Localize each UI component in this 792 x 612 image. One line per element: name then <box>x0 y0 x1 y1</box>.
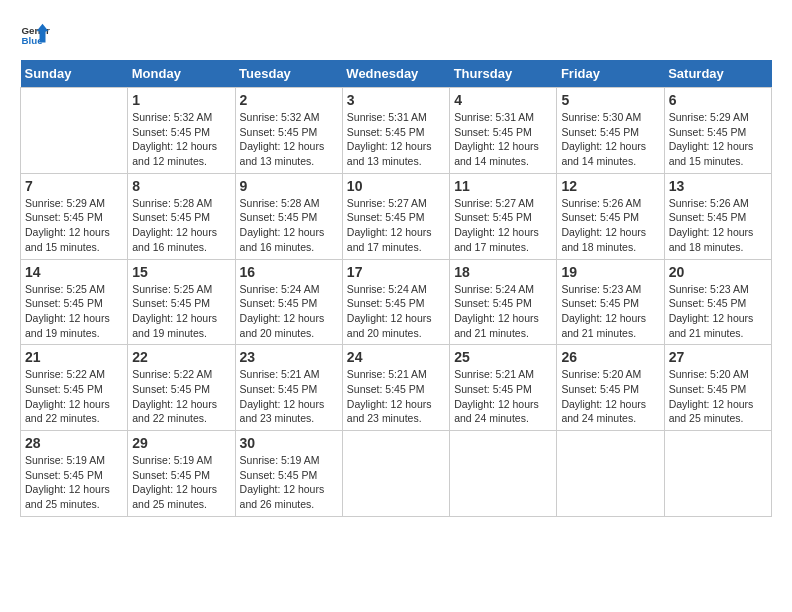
day-number: 5 <box>561 92 659 108</box>
calendar-week-2: 7Sunrise: 5:29 AMSunset: 5:45 PMDaylight… <box>21 173 772 259</box>
calendar-cell: 30Sunrise: 5:19 AMSunset: 5:45 PMDayligh… <box>235 431 342 517</box>
day-info: Sunrise: 5:25 AMSunset: 5:45 PMDaylight:… <box>132 282 230 341</box>
calendar-week-1: 1Sunrise: 5:32 AMSunset: 5:45 PMDaylight… <box>21 88 772 174</box>
day-number: 26 <box>561 349 659 365</box>
calendar-cell <box>557 431 664 517</box>
calendar-cell: 26Sunrise: 5:20 AMSunset: 5:45 PMDayligh… <box>557 345 664 431</box>
day-number: 8 <box>132 178 230 194</box>
calendar-cell: 29Sunrise: 5:19 AMSunset: 5:45 PMDayligh… <box>128 431 235 517</box>
day-number: 12 <box>561 178 659 194</box>
calendar-table: SundayMondayTuesdayWednesdayThursdayFrid… <box>20 60 772 517</box>
weekday-header-monday: Monday <box>128 60 235 88</box>
day-info: Sunrise: 5:24 AMSunset: 5:45 PMDaylight:… <box>454 282 552 341</box>
calendar-cell <box>450 431 557 517</box>
calendar-cell: 15Sunrise: 5:25 AMSunset: 5:45 PMDayligh… <box>128 259 235 345</box>
day-number: 17 <box>347 264 445 280</box>
calendar-cell: 11Sunrise: 5:27 AMSunset: 5:45 PMDayligh… <box>450 173 557 259</box>
day-number: 29 <box>132 435 230 451</box>
day-info: Sunrise: 5:21 AMSunset: 5:45 PMDaylight:… <box>347 367 445 426</box>
day-info: Sunrise: 5:20 AMSunset: 5:45 PMDaylight:… <box>669 367 767 426</box>
day-number: 14 <box>25 264 123 280</box>
header: General Blue <box>20 20 772 50</box>
day-info: Sunrise: 5:22 AMSunset: 5:45 PMDaylight:… <box>25 367 123 426</box>
calendar-cell: 16Sunrise: 5:24 AMSunset: 5:45 PMDayligh… <box>235 259 342 345</box>
calendar-cell: 17Sunrise: 5:24 AMSunset: 5:45 PMDayligh… <box>342 259 449 345</box>
day-info: Sunrise: 5:29 AMSunset: 5:45 PMDaylight:… <box>25 196 123 255</box>
day-info: Sunrise: 5:19 AMSunset: 5:45 PMDaylight:… <box>132 453 230 512</box>
day-number: 20 <box>669 264 767 280</box>
day-number: 16 <box>240 264 338 280</box>
calendar-cell: 27Sunrise: 5:20 AMSunset: 5:45 PMDayligh… <box>664 345 771 431</box>
day-number: 9 <box>240 178 338 194</box>
day-number: 15 <box>132 264 230 280</box>
weekday-header-tuesday: Tuesday <box>235 60 342 88</box>
day-number: 25 <box>454 349 552 365</box>
day-info: Sunrise: 5:24 AMSunset: 5:45 PMDaylight:… <box>347 282 445 341</box>
day-info: Sunrise: 5:28 AMSunset: 5:45 PMDaylight:… <box>132 196 230 255</box>
day-number: 27 <box>669 349 767 365</box>
day-number: 2 <box>240 92 338 108</box>
day-number: 23 <box>240 349 338 365</box>
day-number: 28 <box>25 435 123 451</box>
calendar-cell: 6Sunrise: 5:29 AMSunset: 5:45 PMDaylight… <box>664 88 771 174</box>
day-info: Sunrise: 5:19 AMSunset: 5:45 PMDaylight:… <box>240 453 338 512</box>
day-info: Sunrise: 5:30 AMSunset: 5:45 PMDaylight:… <box>561 110 659 169</box>
logo: General Blue <box>20 20 50 50</box>
calendar-week-3: 14Sunrise: 5:25 AMSunset: 5:45 PMDayligh… <box>21 259 772 345</box>
day-info: Sunrise: 5:26 AMSunset: 5:45 PMDaylight:… <box>561 196 659 255</box>
calendar-week-4: 21Sunrise: 5:22 AMSunset: 5:45 PMDayligh… <box>21 345 772 431</box>
calendar-cell <box>664 431 771 517</box>
calendar-body: 1Sunrise: 5:32 AMSunset: 5:45 PMDaylight… <box>21 88 772 517</box>
weekday-header-wednesday: Wednesday <box>342 60 449 88</box>
weekday-header-thursday: Thursday <box>450 60 557 88</box>
day-number: 4 <box>454 92 552 108</box>
generalblue-logo-icon: General Blue <box>20 20 50 50</box>
calendar-cell: 24Sunrise: 5:21 AMSunset: 5:45 PMDayligh… <box>342 345 449 431</box>
day-number: 19 <box>561 264 659 280</box>
day-number: 1 <box>132 92 230 108</box>
day-number: 11 <box>454 178 552 194</box>
calendar-cell: 20Sunrise: 5:23 AMSunset: 5:45 PMDayligh… <box>664 259 771 345</box>
day-info: Sunrise: 5:25 AMSunset: 5:45 PMDaylight:… <box>25 282 123 341</box>
day-number: 13 <box>669 178 767 194</box>
day-info: Sunrise: 5:24 AMSunset: 5:45 PMDaylight:… <box>240 282 338 341</box>
calendar-cell <box>21 88 128 174</box>
weekday-header-saturday: Saturday <box>664 60 771 88</box>
calendar-cell: 23Sunrise: 5:21 AMSunset: 5:45 PMDayligh… <box>235 345 342 431</box>
calendar-cell: 7Sunrise: 5:29 AMSunset: 5:45 PMDaylight… <box>21 173 128 259</box>
day-number: 7 <box>25 178 123 194</box>
day-info: Sunrise: 5:27 AMSunset: 5:45 PMDaylight:… <box>454 196 552 255</box>
day-number: 22 <box>132 349 230 365</box>
calendar-cell: 14Sunrise: 5:25 AMSunset: 5:45 PMDayligh… <box>21 259 128 345</box>
day-info: Sunrise: 5:31 AMSunset: 5:45 PMDaylight:… <box>347 110 445 169</box>
calendar-cell: 21Sunrise: 5:22 AMSunset: 5:45 PMDayligh… <box>21 345 128 431</box>
day-info: Sunrise: 5:23 AMSunset: 5:45 PMDaylight:… <box>561 282 659 341</box>
day-number: 21 <box>25 349 123 365</box>
calendar-cell: 3Sunrise: 5:31 AMSunset: 5:45 PMDaylight… <box>342 88 449 174</box>
day-info: Sunrise: 5:21 AMSunset: 5:45 PMDaylight:… <box>240 367 338 426</box>
day-info: Sunrise: 5:32 AMSunset: 5:45 PMDaylight:… <box>132 110 230 169</box>
calendar-cell: 13Sunrise: 5:26 AMSunset: 5:45 PMDayligh… <box>664 173 771 259</box>
calendar-cell: 12Sunrise: 5:26 AMSunset: 5:45 PMDayligh… <box>557 173 664 259</box>
day-info: Sunrise: 5:22 AMSunset: 5:45 PMDaylight:… <box>132 367 230 426</box>
day-info: Sunrise: 5:29 AMSunset: 5:45 PMDaylight:… <box>669 110 767 169</box>
day-info: Sunrise: 5:28 AMSunset: 5:45 PMDaylight:… <box>240 196 338 255</box>
day-number: 3 <box>347 92 445 108</box>
calendar-cell: 18Sunrise: 5:24 AMSunset: 5:45 PMDayligh… <box>450 259 557 345</box>
day-number: 6 <box>669 92 767 108</box>
day-info: Sunrise: 5:23 AMSunset: 5:45 PMDaylight:… <box>669 282 767 341</box>
day-info: Sunrise: 5:32 AMSunset: 5:45 PMDaylight:… <box>240 110 338 169</box>
weekday-header-friday: Friday <box>557 60 664 88</box>
day-info: Sunrise: 5:26 AMSunset: 5:45 PMDaylight:… <box>669 196 767 255</box>
day-number: 10 <box>347 178 445 194</box>
calendar-cell: 25Sunrise: 5:21 AMSunset: 5:45 PMDayligh… <box>450 345 557 431</box>
day-number: 24 <box>347 349 445 365</box>
day-info: Sunrise: 5:19 AMSunset: 5:45 PMDaylight:… <box>25 453 123 512</box>
calendar-cell: 28Sunrise: 5:19 AMSunset: 5:45 PMDayligh… <box>21 431 128 517</box>
calendar-week-5: 28Sunrise: 5:19 AMSunset: 5:45 PMDayligh… <box>21 431 772 517</box>
calendar-cell <box>342 431 449 517</box>
calendar-cell: 19Sunrise: 5:23 AMSunset: 5:45 PMDayligh… <box>557 259 664 345</box>
calendar-cell: 22Sunrise: 5:22 AMSunset: 5:45 PMDayligh… <box>128 345 235 431</box>
day-info: Sunrise: 5:31 AMSunset: 5:45 PMDaylight:… <box>454 110 552 169</box>
weekday-header-sunday: Sunday <box>21 60 128 88</box>
